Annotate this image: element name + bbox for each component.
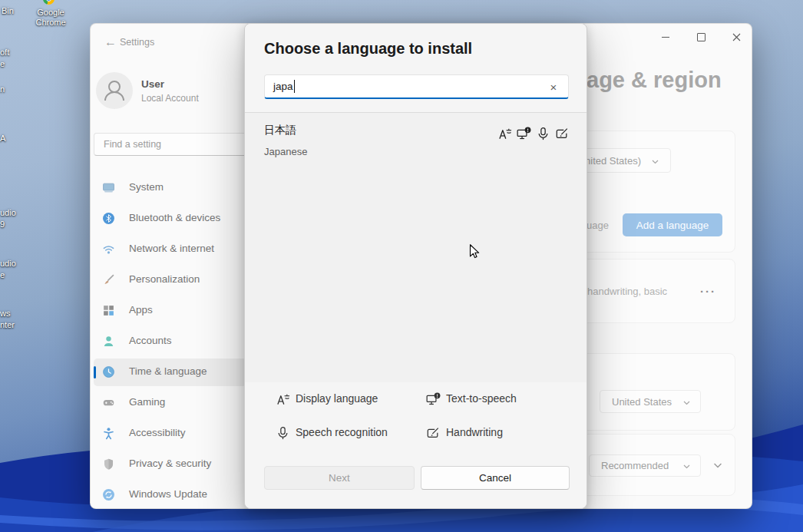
app-title: Settings: [120, 37, 154, 48]
clear-icon: ×: [550, 81, 557, 94]
system-icon: [102, 181, 115, 194]
apps-icon: [102, 304, 115, 317]
sidebar-item-apps[interactable]: Apps: [94, 297, 247, 325]
back-arrow-icon: ←: [104, 35, 117, 48]
chevron-down-icon: [682, 462, 691, 471]
handwriting-icon: [426, 426, 441, 441]
time-language-icon: [102, 365, 115, 378]
windows-update-icon: [102, 488, 115, 501]
sidebar-item-network-internet[interactable]: Network & internet: [94, 236, 247, 263]
display-language-icon: [497, 127, 512, 141]
legend-display-language: Display language: [296, 392, 378, 405]
chevron-down-icon: [682, 398, 691, 407]
avatar[interactable]: [96, 72, 133, 109]
bluetooth-icon: [102, 212, 115, 225]
display-language-icon: [276, 392, 290, 407]
maximize-button[interactable]: [683, 25, 719, 49]
language-features-fragment: handwriting, basic: [587, 286, 667, 297]
user-account-type: Local Account: [141, 93, 199, 104]
minimize-icon: [662, 37, 669, 38]
desktop-icon-label-fragment: e: [0, 59, 5, 69]
sidebar-item-privacy-security[interactable]: Privacy & security: [94, 451, 247, 478]
desktop-icon-label-fragment[interactable]: A: [0, 134, 5, 144]
clear-search-button[interactable]: ×: [545, 78, 562, 95]
legend-handwriting: Handwriting: [446, 426, 503, 438]
accounts-icon: [102, 335, 115, 348]
text-to-speech-icon: [426, 392, 441, 407]
close-button[interactable]: [719, 25, 754, 49]
desktop-icon-label-fragment[interactable]: n: [0, 84, 5, 94]
wifi-icon: [102, 243, 115, 256]
country-region-value: United States: [612, 396, 672, 408]
legend-text-to-speech: Text-to-speech: [446, 392, 517, 405]
regional-format-value: Recommended: [601, 460, 669, 471]
sidebar-item-time-language[interactable]: Time & language: [94, 359, 247, 386]
selected-indicator: [94, 366, 96, 378]
regional-format-dropdown[interactable]: Recommended: [589, 454, 701, 477]
desktop-icon-label-fragment: nter: [0, 320, 15, 330]
cancel-button[interactable]: Cancel: [421, 466, 570, 490]
desktop-icon-label-fragment: 9: [0, 220, 5, 230]
find-a-setting-input[interactable]: [94, 133, 253, 156]
next-button[interactable]: Next: [264, 466, 415, 490]
sidebar-item-system[interactable]: System: [94, 174, 247, 202]
text-caret: [294, 80, 295, 93]
speech-recognition-icon: [536, 127, 550, 141]
dialog-title: Choose a language to install: [264, 40, 472, 58]
search-results-list: 日本語 Japanese: [245, 112, 587, 383]
desktop: Bin Google Chrome oft e n A udio 9 udio …: [0, 0, 803, 532]
chrome-label-line1: Google: [29, 8, 72, 18]
search-value: japa: [273, 81, 293, 92]
chevron-down-icon: [651, 157, 659, 166]
handwriting-icon: [555, 127, 570, 141]
legend-speech-recognition: Speech recognition: [296, 426, 388, 438]
preferred-languages-fragment: uage: [587, 220, 609, 231]
language-search-input[interactable]: japa ×: [264, 74, 569, 99]
language-result-row-japanese[interactable]: 日本語 Japanese: [245, 113, 587, 170]
desktop-icon-label-fragment[interactable]: udio: [0, 259, 16, 269]
sidebar-item-bluetooth-devices[interactable]: Bluetooth & devices: [94, 205, 247, 233]
desktop-icon-label-fragment[interactable]: ws: [0, 309, 10, 319]
language-english-name: Japanese: [264, 146, 307, 157]
desktop-icon-label-fragment[interactable]: oft: [0, 48, 9, 58]
desktop-icon-label-fragment: e: [0, 270, 5, 280]
user-icon: [96, 72, 133, 109]
add-a-language-button[interactable]: Add a language: [623, 213, 722, 236]
add-language-dialog: Choose a language to install japa × 日本語 …: [244, 23, 587, 509]
sidebar-item-accounts[interactable]: Accounts: [94, 328, 247, 355]
page-title-language-region: age & region: [587, 68, 722, 93]
desktop-icon-label-fragment[interactable]: udio: [0, 208, 16, 218]
close-icon: [732, 33, 741, 41]
sidebar-item-personalization[interactable]: Personalization: [94, 266, 247, 294]
language-native-name: 日本語: [264, 124, 296, 137]
minimize-button[interactable]: [648, 25, 683, 49]
chrome-label-line2: Chrome: [29, 18, 72, 28]
expand-chevron-icon[interactable]: [712, 460, 723, 471]
accessibility-icon: [102, 427, 115, 440]
more-options-icon[interactable]: ···: [700, 285, 716, 298]
maximize-icon: [697, 33, 706, 41]
sidebar-item-gaming[interactable]: Gaming: [94, 389, 247, 417]
country-region-dropdown[interactable]: United States: [600, 390, 701, 413]
speech-recognition-icon: [276, 426, 290, 441]
gamepad-icon: [102, 396, 115, 409]
dialog-header: Choose a language to install japa ×: [245, 24, 587, 112]
user-name: User: [141, 78, 164, 90]
desktop-icon-label-recycle-bin[interactable]: Bin: [2, 6, 14, 16]
sidebar-item-windows-update[interactable]: Windows Update: [94, 481, 247, 509]
sidebar-item-accessibility[interactable]: Accessibility: [94, 420, 247, 448]
brush-icon: [102, 273, 115, 286]
shield-icon: [102, 458, 115, 471]
mouse-cursor: [466, 241, 483, 261]
text-to-speech-icon: [517, 127, 531, 141]
